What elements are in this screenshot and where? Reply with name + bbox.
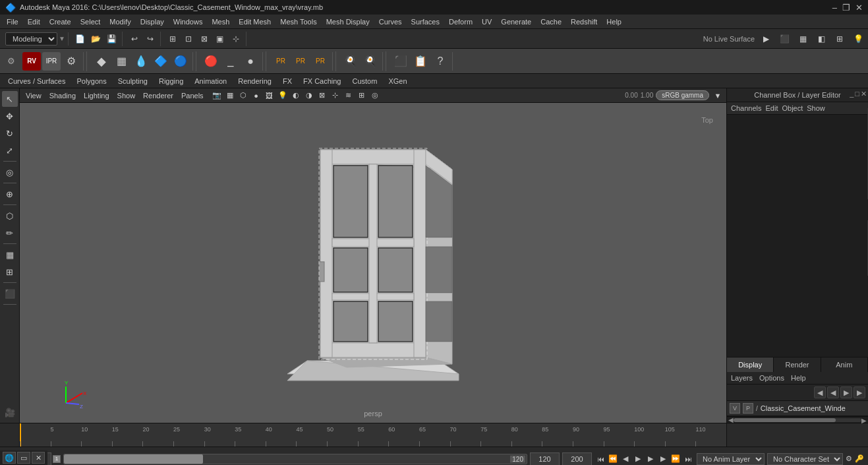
scroll-left-arrow[interactable]: ◀: [728, 416, 734, 423]
menu-item-mesh-tools[interactable]: Mesh Tools: [276, 16, 320, 27]
render-tab[interactable]: Render: [774, 357, 821, 372]
scrollbar-track[interactable]: [734, 418, 861, 422]
marquee-select-button[interactable]: ▣: [213, 32, 227, 46]
vp-icon-smooth[interactable]: ●: [250, 90, 262, 102]
submenu-item-custom[interactable]: Custom: [347, 76, 383, 86]
menu-item-curves[interactable]: Curves: [375, 16, 406, 27]
panel-expand-icon[interactable]: □: [855, 90, 859, 98]
submenu-item-animation[interactable]: Animation: [189, 76, 232, 86]
layer-visibility-toggle[interactable]: V: [730, 403, 740, 414]
keyframe-options-button[interactable]: 🔑: [855, 454, 864, 463]
undo-button[interactable]: ↩: [127, 32, 142, 46]
view-menu[interactable]: View: [22, 91, 45, 100]
play-back-button[interactable]: ▶: [632, 453, 644, 465]
lasso-tool-button[interactable]: ⬡: [2, 208, 18, 224]
renderer-menu[interactable]: Renderer: [140, 91, 177, 100]
submenu-item-rigging[interactable]: Rigging: [154, 76, 188, 86]
submenu-item-polygons[interactable]: Polygons: [71, 76, 111, 86]
pr3-button[interactable]: PR: [311, 52, 330, 71]
poly-torus-button[interactable]: 🔷: [152, 52, 170, 71]
anim-tab[interactable]: Anim: [821, 357, 868, 372]
menu-item-edit[interactable]: Edit: [24, 16, 44, 27]
channels-label[interactable]: Channels: [731, 104, 761, 112]
redo-button[interactable]: ↪: [143, 32, 158, 46]
scroll-right-arrow[interactable]: ▶: [861, 416, 867, 424]
help-button[interactable]: ?: [431, 52, 449, 71]
submenu-item-xgen[interactable]: XGen: [383, 76, 412, 86]
panel-minimize-icon[interactable]: _: [850, 90, 854, 98]
menu-item-deform[interactable]: Deform: [445, 16, 477, 27]
util1-button[interactable]: ⬛: [391, 52, 410, 71]
panel-close-icon[interactable]: ✕: [861, 90, 867, 98]
menu-item-redshift[interactable]: Redshift: [567, 16, 601, 27]
go-to-start-button[interactable]: ⏮: [594, 453, 606, 465]
vp-icon-camera[interactable]: 📷: [211, 90, 223, 102]
character-set-dropdown[interactable]: No Character Set: [767, 453, 843, 465]
save-file-button[interactable]: 💾: [105, 32, 119, 46]
select-mode-button[interactable]: ⊞: [165, 32, 180, 46]
layer-playback-toggle[interactable]: P: [743, 403, 753, 414]
ipr-button[interactable]: IPR: [42, 52, 61, 71]
playback-options-button[interactable]: ⚙: [846, 454, 852, 463]
scrollbar-thumb[interactable]: [734, 418, 836, 422]
go-to-end-button[interactable]: ⏭: [682, 453, 694, 465]
display-settings-button[interactable]: ▦: [796, 32, 810, 46]
play-forward-button[interactable]: ▶: [645, 453, 656, 465]
menu-item-mesh[interactable]: Mesh: [208, 16, 233, 27]
util2-button[interactable]: 📋: [411, 52, 430, 71]
vp-icon-shadows[interactable]: ◐: [290, 90, 302, 102]
layers-menu-item[interactable]: Layers: [731, 374, 753, 382]
menu-item-file[interactable]: File: [3, 16, 22, 27]
submenu-item-fx[interactable]: FX: [277, 76, 297, 86]
close-button[interactable]: ✕: [855, 3, 863, 13]
bridge-button[interactable]: ●: [241, 52, 260, 71]
restore-button[interactable]: ❐: [842, 3, 850, 13]
show-menu[interactable]: Show: [114, 91, 139, 100]
color-mode-display[interactable]: sRGB gamma: [656, 90, 709, 100]
paint-select-button[interactable]: ⊠: [197, 32, 212, 46]
pr2-button[interactable]: PR: [291, 52, 310, 71]
grid-toggle-button[interactable]: ▦: [2, 247, 18, 263]
submenu-item-fx-caching[interactable]: FX Caching: [298, 76, 346, 86]
workspace-dropdown[interactable]: Modeling: [5, 32, 57, 46]
vp-icon-ao[interactable]: ◑: [303, 90, 315, 102]
layer-name-label[interactable]: Classic_Casement_Winde: [761, 404, 865, 412]
menu-item-edit-mesh[interactable]: Edit Mesh: [235, 16, 275, 27]
anim-layer-dropdown[interactable]: No Anim Layer: [697, 453, 765, 465]
paint-tool-button[interactable]: ✏: [2, 225, 18, 241]
vp-icon-grid[interactable]: ▦: [224, 90, 236, 102]
vp-icon-lights[interactable]: 💡: [277, 90, 289, 102]
layers-help-item[interactable]: Help: [791, 374, 806, 382]
shading-menu[interactable]: Shading: [46, 91, 79, 100]
component-button[interactable]: ⊹: [229, 32, 243, 46]
panels-menu[interactable]: Panels: [178, 91, 207, 100]
lasso-select-button[interactable]: ⊡: [181, 32, 196, 46]
next-key-button[interactable]: ▶: [657, 453, 669, 465]
world-icon[interactable]: 🌐: [3, 452, 16, 464]
prev-key-button[interactable]: ◀: [620, 453, 631, 465]
timeline-range-slider[interactable]: 120: [63, 454, 527, 464]
render-settings-button[interactable]: ⬛: [777, 32, 792, 46]
panels-button[interactable]: ⊞: [832, 32, 847, 46]
menu-item-help[interactable]: Help: [602, 16, 625, 27]
vp-icon-isolate[interactable]: ◎: [369, 90, 381, 102]
snap-settings-button[interactable]: ▶: [759, 32, 773, 46]
menu-item-select[interactable]: Select: [76, 16, 105, 27]
color-mode-arrow[interactable]: ▼: [712, 90, 724, 102]
submenu-item-curves---surfaces[interactable]: Curves / Surfaces: [3, 76, 71, 86]
show-manipulator-button[interactable]: ⊕: [2, 186, 18, 202]
custom2-button[interactable]: 🍳: [361, 52, 380, 71]
layers-options-item[interactable]: Options: [759, 374, 784, 382]
menu-item-uv[interactable]: UV: [478, 16, 496, 27]
prev-frame-button[interactable]: ⏪: [607, 453, 619, 465]
hud-button[interactable]: 💡: [851, 32, 865, 46]
next-frame-button[interactable]: ⏩: [670, 453, 681, 465]
layer-add-button[interactable]: ◀: [814, 387, 826, 398]
pr1-button[interactable]: PR: [272, 52, 290, 71]
render-region-button[interactable]: ⬛: [2, 286, 18, 301]
display-tab[interactable]: Display: [727, 357, 774, 372]
poly-cube-button[interactable]: ◆: [92, 52, 111, 71]
select-tool-button[interactable]: ↖: [2, 91, 18, 107]
viewport-settings-button[interactable]: ◧: [814, 32, 828, 46]
layer-forward-button[interactable]: ▶: [840, 387, 852, 398]
